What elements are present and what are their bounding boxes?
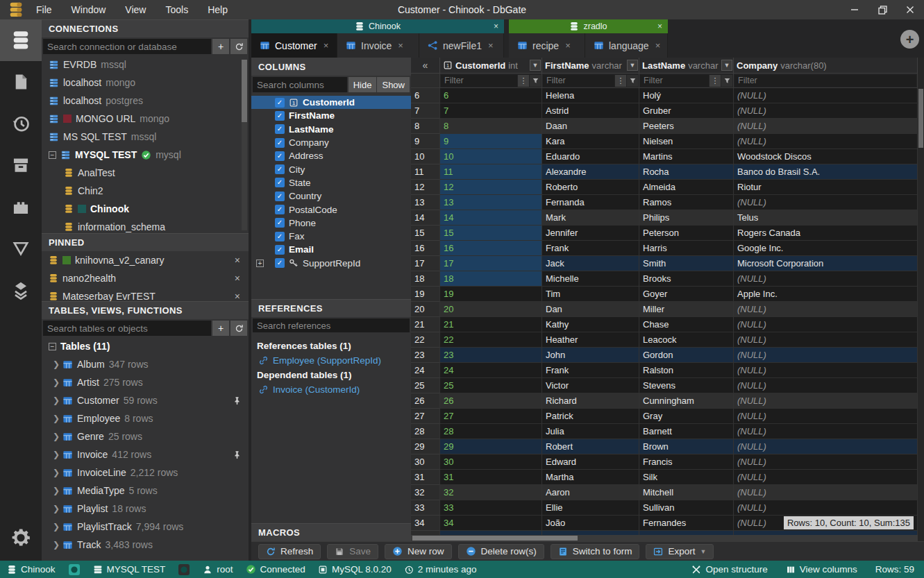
column-checkbox[interactable]: ✓ bbox=[275, 232, 285, 241]
cell-customerid[interactable]: 23 bbox=[440, 348, 542, 363]
cell-company[interactable]: Google Inc. bbox=[734, 241, 918, 256]
tables-group-row[interactable]: −Tables (11) bbox=[42, 337, 249, 355]
cell-customerid[interactable]: 9 bbox=[440, 134, 542, 149]
close-group-icon[interactable]: × bbox=[657, 22, 662, 31]
cell-lastname[interactable]: Rocha bbox=[639, 164, 734, 180]
row-number[interactable]: 34 bbox=[411, 516, 440, 531]
references-search-input[interactable] bbox=[253, 318, 410, 332]
cell-firstname[interactable]: Robert bbox=[542, 439, 639, 454]
chevron-right-icon[interactable]: ❯ bbox=[53, 414, 58, 423]
chevron-right-icon[interactable]: ❯ bbox=[53, 396, 58, 405]
chevron-right-icon[interactable]: ❯ bbox=[53, 450, 58, 459]
close-tab-icon[interactable]: × bbox=[655, 40, 661, 51]
cell-customerid[interactable]: 11 bbox=[440, 164, 542, 180]
cell-customerid[interactable]: 26 bbox=[440, 393, 542, 409]
cell-customerid[interactable]: 31 bbox=[440, 470, 542, 485]
switch-to-form-button[interactable]: Switch to form bbox=[551, 544, 640, 559]
menu-view[interactable]: View bbox=[125, 4, 146, 15]
cell-customerid[interactable]: 15 bbox=[440, 226, 542, 241]
status-view-columns[interactable]: View columns bbox=[786, 564, 857, 575]
filter-input-lastname[interactable] bbox=[640, 75, 709, 87]
pin-icon[interactable] bbox=[233, 396, 242, 405]
chevron-right-icon[interactable]: ❯ bbox=[53, 486, 58, 495]
chevron-right-icon[interactable]: ❯ bbox=[53, 359, 58, 369]
pinned-item[interactable]: knihovna_v2_canary× bbox=[42, 251, 249, 269]
column-item[interactable]: ✓City bbox=[251, 162, 411, 176]
column-item[interactable]: +✓SupportRepId bbox=[251, 257, 411, 269]
cell-firstname[interactable]: Jack bbox=[542, 256, 639, 271]
chevron-right-icon[interactable]: ❯ bbox=[53, 540, 58, 550]
column-item[interactable]: ✓PostalCode bbox=[251, 203, 411, 216]
filter-input-firstname[interactable] bbox=[543, 75, 614, 87]
tab-language[interactable]: language× bbox=[585, 33, 668, 58]
table-item[interactable]: ❯Genre25 rows bbox=[42, 427, 249, 445]
close-tab-icon[interactable]: × bbox=[324, 40, 329, 51]
cell-firstname[interactable]: Roberto bbox=[542, 180, 639, 195]
cell-company[interactable]: (NULL) bbox=[734, 424, 918, 439]
cell-lastname[interactable]: Brown bbox=[639, 439, 734, 454]
cell-firstname[interactable]: Astrid bbox=[542, 103, 639, 119]
cell-company[interactable]: Telus bbox=[734, 210, 918, 226]
row-number[interactable]: 12 bbox=[411, 180, 440, 195]
cell-company[interactable]: (NULL) bbox=[734, 378, 918, 393]
cell-lastname[interactable]: Harris bbox=[639, 241, 734, 256]
database-color-button[interactable] bbox=[178, 563, 190, 576]
cell-company[interactable]: (NULL) bbox=[734, 88, 918, 103]
cell-customerid[interactable]: 19 bbox=[440, 287, 542, 302]
cell-company[interactable]: (NULL) bbox=[734, 317, 918, 332]
row-number[interactable]: 19 bbox=[411, 287, 440, 302]
unpin-close-icon[interactable]: × bbox=[235, 255, 240, 266]
cell-customerid[interactable]: 30 bbox=[440, 454, 542, 470]
export-button[interactable]: Export▼ bbox=[646, 544, 714, 559]
column-checkbox[interactable]: ✓ bbox=[275, 205, 285, 214]
chevron-right-icon[interactable]: ❯ bbox=[53, 504, 58, 513]
cell-firstname[interactable]: Dan bbox=[542, 302, 639, 317]
cell-customerid[interactable]: 22 bbox=[440, 332, 542, 348]
cell-company[interactable]: (NULL) bbox=[734, 485, 918, 500]
show-columns-button[interactable]: Show bbox=[377, 77, 410, 92]
pinned-item[interactable]: Mateserbay EvrTEST× bbox=[42, 287, 249, 301]
cell-company[interactable]: Banco do Brasil S.A. bbox=[734, 164, 918, 180]
row-number[interactable]: 10 bbox=[411, 149, 440, 164]
restore-button[interactable] bbox=[868, 0, 896, 19]
cell-company[interactable]: (NULL) bbox=[734, 119, 918, 134]
table-item[interactable]: ❯InvoiceLine2,212 rows bbox=[42, 464, 249, 482]
rail-plugin-icon[interactable] bbox=[0, 186, 42, 228]
tab-customer[interactable]: Customer× bbox=[251, 33, 337, 58]
table-item[interactable]: ❯Album347 rows bbox=[42, 355, 249, 373]
row-number[interactable]: 20 bbox=[411, 302, 440, 317]
cell-company[interactable]: (NULL) bbox=[734, 302, 918, 317]
pinned-item[interactable]: nano2health× bbox=[42, 269, 249, 287]
cell-customerid[interactable]: 7 bbox=[440, 103, 542, 119]
cell-customerid[interactable]: 14 bbox=[440, 210, 542, 226]
cell-company[interactable]: (NULL) bbox=[734, 439, 918, 454]
row-number[interactable]: 23 bbox=[411, 348, 440, 363]
cell-customerid[interactable]: 20 bbox=[440, 302, 542, 317]
row-number[interactable]: 8 bbox=[411, 119, 440, 134]
tables-search-input[interactable] bbox=[43, 321, 211, 336]
menu-window[interactable]: Window bbox=[72, 4, 106, 15]
cell-firstname[interactable]: Fernanda bbox=[542, 195, 639, 210]
column-item[interactable]: ✓Address bbox=[251, 149, 411, 162]
chevron-right-icon[interactable]: ❯ bbox=[53, 522, 58, 532]
row-number[interactable]: 25 bbox=[411, 378, 440, 393]
funnel-icon[interactable] bbox=[627, 75, 638, 87]
cell-lastname[interactable]: Almeida bbox=[639, 180, 734, 195]
row-number[interactable]: 18 bbox=[411, 271, 440, 287]
column-item[interactable]: ✓Phone bbox=[251, 216, 411, 230]
cell-lastname[interactable]: Nielsen bbox=[639, 134, 734, 149]
refresh-button[interactable]: Refresh bbox=[258, 544, 321, 559]
cell-lastname[interactable]: Ramos bbox=[639, 195, 734, 210]
hide-columns-button[interactable]: Hide bbox=[348, 77, 377, 92]
cell-firstname[interactable]: Edward bbox=[542, 454, 639, 470]
cell-customerid[interactable]: 18 bbox=[440, 271, 542, 287]
cell-customerid[interactable]: 10 bbox=[440, 149, 542, 164]
column-checkbox[interactable]: ✓ bbox=[275, 218, 285, 228]
cell-customerid[interactable]: 24 bbox=[440, 363, 542, 378]
cell-firstname[interactable]: Frank bbox=[542, 363, 639, 378]
rail-database-icon[interactable] bbox=[0, 19, 42, 61]
tab-recipe[interactable]: recipe× bbox=[509, 33, 585, 58]
cell-lastname[interactable]: Chase bbox=[639, 317, 734, 332]
column-checkbox[interactable]: ✓ bbox=[275, 164, 285, 174]
table-item[interactable]: ❯Customer59 rows bbox=[42, 391, 249, 409]
